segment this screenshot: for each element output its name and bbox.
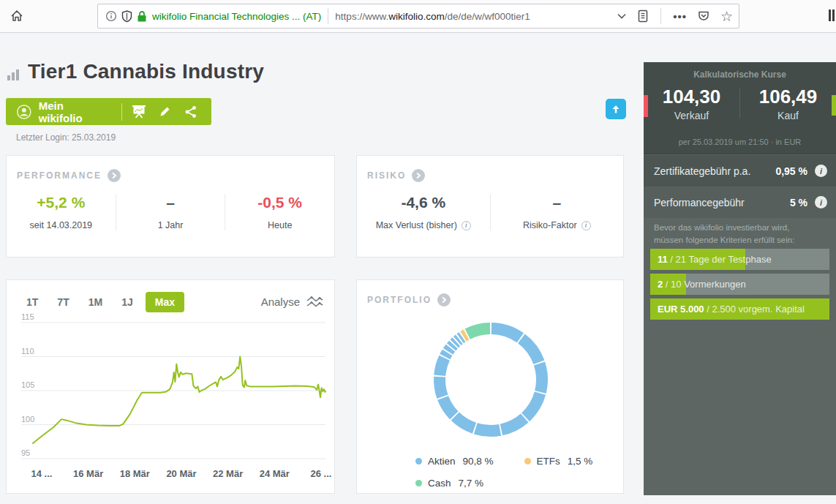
last-login-text: Letzter Login: 25.03.2019 [16,132,116,143]
legend-etfs: ETFs 1,5 % [524,456,593,467]
criteria-intro-text: Bevor das wikifolio investierbar wird, m… [654,222,821,247]
tracking-protection-shield-icon[interactable] [121,10,132,23]
certificate-fee-row: Zertifikategebühr p.a. 0,95 % i [644,155,836,187]
buy-quote: 106,49 Kauf [740,86,836,121]
legend-dot-aktien [415,458,422,464]
performance-fee-row: Performancegebühr 5 % i [644,187,836,218]
svg-text:24 Mär: 24 Mär [260,468,290,479]
key-facts-sidebar: Kalkulatorische Kurse 104,30 Verkauf 106… [644,62,836,495]
info-icon[interactable]: i [815,165,827,177]
performance-stat-1-year: – 1 Jahr [116,194,225,230]
range-max-button[interactable]: Max [146,292,184,312]
svg-text:26 ...: 26 ... [310,468,331,479]
svg-text:20 Mär: 20 Mär [166,468,196,479]
browser-toolbar: wikifolio Financial Technologies ... (AT… [0,0,836,33]
risk-section-label: RISIKO [367,170,406,181]
svg-text:95: 95 [21,448,30,457]
vormerkungen-progress-bar: 2 / 10 Vormerkungen [650,274,829,295]
svg-text:110: 110 [21,347,34,356]
quotes-title: Kalkulatorische Kurse [644,62,836,80]
risk-stat-risk-factor: – Risiko-Faktori [490,194,624,230]
home-button[interactable] [6,5,28,27]
quotes-panel: Kalkulatorische Kurse 104,30 Verkauf 106… [644,62,836,154]
url-scheme: https://www. [335,11,388,22]
portfolio-section-link[interactable]: PORTFOLIO [367,293,451,306]
page-title: Tier1 Cannabis Industry [28,60,264,83]
svg-text:115: 115 [21,314,34,321]
analyse-button[interactable]: Analyse [261,295,324,309]
performance-card: PERFORMANCE +5,2 % seit 14.03.2019 – 1 J… [6,155,335,257]
legend-cash: Cash 7,7 % [415,478,483,489]
wikifolio-chart-icon [7,69,22,80]
svg-text:16 Mär: 16 Mär [73,468,103,479]
pocket-icon[interactable] [697,10,710,23]
page-actions-icon[interactable]: ••• [673,10,687,23]
portfolio-donut-chart[interactable] [426,315,555,444]
range-selector: 1T 7T 1M 1J Max [17,292,184,312]
url-text[interactable]: https://www.wikifolio.com/de/de/w/wf000t… [335,11,611,22]
buy-tab-handle[interactable] [832,95,836,116]
arrow-up-icon [610,103,622,115]
toolbar-divider [660,8,661,24]
button-divider [121,103,122,121]
portfolio-card: PORTFOLIO Aktien 90,8 % ETFs 1,5 % Cash … [356,279,624,494]
fees-panel: Zertifikategebühr p.a. 0,95 % i Performa… [644,155,836,218]
quote-timestamp: per 25.03.2019 um 21:50 · in EUR [644,138,836,146]
url-host: wikifolio.com [388,11,445,22]
my-wikifolio-label: Mein wikifolio [39,99,110,124]
performance-section-label: PERFORMANCE [17,170,102,181]
performance-section-link[interactable]: PERFORMANCE [17,169,121,182]
risk-stat-max-loss: -4,6 % Max Verlust (bisher)i [357,194,490,230]
page-info-icon[interactable] [105,10,117,22]
svg-text:22 Mär: 22 Mär [213,468,243,479]
share-icon [184,105,198,119]
info-icon[interactable]: i [815,196,827,208]
analyse-label: Analyse [261,296,300,308]
info-icon[interactable]: i [462,221,471,230]
clipped-toolbar-icon[interactable] [829,10,835,21]
home-icon [10,9,24,23]
secure-lock-icon[interactable] [137,10,147,23]
risk-section-link[interactable]: RISIKO [367,169,425,182]
testphase-progress-bar: 11 / 21 Tage der Testphase [650,249,829,270]
svg-text:14 ...: 14 ... [31,468,53,479]
trade-button[interactable] [127,98,152,125]
svg-text:18 Mär: 18 Mär [120,468,150,479]
svg-text:105: 105 [21,380,34,389]
url-path: /de/de/w/wf000tier1 [445,11,530,22]
bookmark-star-icon[interactable]: ☆ [720,10,733,23]
sell-quote: 104,30 Verkauf [644,86,739,121]
certificate-owner-label[interactable]: wikifolio Financial Technologies ... (AT… [152,11,321,22]
sell-tab-handle[interactable] [644,95,648,117]
user-avatar-icon [16,104,32,120]
pencil-icon [158,105,172,119]
info-icon[interactable]: i [581,221,591,230]
portfolio-section-label: PORTFOLIO [367,295,432,305]
range-1j-button[interactable]: 1J [112,293,143,312]
chevron-down-icon[interactable] [617,12,627,20]
address-bar[interactable]: wikifolio Financial Technologies ... (AT… [97,4,739,29]
kapital-progress-bar: EUR 5.000 / 2.500 vorgem. Kapital [650,298,829,320]
chart-card: 1T 7T 1M 1J Max Analyse 1151101051009514… [6,279,335,494]
address-divider [328,8,328,24]
performance-line-chart[interactable]: 1151101051009514 ...16 Mär18 Mär20 Mär22… [10,314,331,486]
reader-view-icon[interactable] [637,10,649,23]
chevron-right-icon [412,169,425,182]
share-button[interactable] [178,98,204,125]
chevron-right-icon [437,293,451,306]
performance-stat-since-start: +5,2 % seit 14.03.2019 [7,194,116,230]
range-7t-button[interactable]: 7T [48,293,78,312]
scroll-top-button[interactable] [606,99,626,119]
presentation-chart-icon [131,105,147,119]
analyse-lines-icon [306,295,324,309]
edit-button[interactable] [152,98,178,125]
range-1t-button[interactable]: 1T [17,293,48,312]
risk-card: RISIKO -4,6 % Max Verlust (bisher)i – Ri… [356,155,624,257]
svg-text:100: 100 [21,415,34,424]
chevron-right-icon [108,169,121,182]
my-wikifolio-button[interactable]: Mein wikifolio [6,98,211,125]
legend-dot-etfs [524,458,531,464]
legend-aktien: Aktien 90,8 % [415,456,494,467]
performance-stat-today: -0,5 % Heute [225,194,334,230]
range-1m-button[interactable]: 1M [79,293,112,312]
